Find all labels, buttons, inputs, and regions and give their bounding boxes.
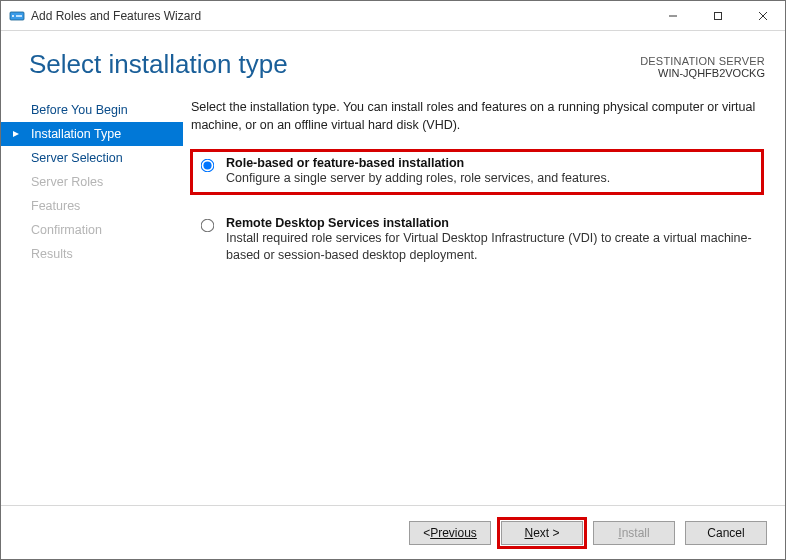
window-title: Add Roles and Features Wizard bbox=[31, 9, 201, 23]
previous-button[interactable]: < Previous bbox=[409, 521, 491, 545]
close-button[interactable] bbox=[740, 1, 785, 30]
titlebar: Add Roles and Features Wizard bbox=[1, 1, 785, 31]
sidebar-item-server-selection[interactable]: Server Selection bbox=[1, 146, 183, 170]
option-desc: Install required role services for Virtu… bbox=[226, 230, 755, 265]
destination-server-name: WIN-JQHFB2VOCKG bbox=[640, 67, 765, 79]
server-manager-icon bbox=[9, 8, 25, 24]
installation-type-group: Role-based or feature-based installation… bbox=[191, 150, 763, 271]
window-controls bbox=[650, 1, 785, 30]
header: Select installation type DESTINATION SER… bbox=[1, 31, 785, 84]
sidebar-item-confirmation: Confirmation bbox=[1, 218, 183, 242]
option-desc: Configure a single server by adding role… bbox=[226, 170, 755, 188]
radio-role-based[interactable] bbox=[201, 159, 215, 173]
option-title: Role-based or feature-based installation bbox=[226, 156, 755, 170]
maximize-button[interactable] bbox=[695, 1, 740, 30]
radio-option-role-based[interactable]: Role-based or feature-based installation… bbox=[191, 150, 763, 194]
sidebar-item-server-roles: Server Roles bbox=[1, 170, 183, 194]
body: Before You Begin Installation Type Serve… bbox=[1, 84, 785, 505]
option-title: Remote Desktop Services installation bbox=[226, 216, 755, 230]
wizard-sidebar: Before You Begin Installation Type Serve… bbox=[1, 84, 183, 497]
svg-rect-3 bbox=[16, 15, 22, 17]
destination-label: DESTINATION SERVER bbox=[640, 55, 765, 67]
svg-rect-5 bbox=[714, 12, 721, 19]
minimize-button[interactable] bbox=[650, 1, 695, 30]
radio-option-rds[interactable]: Remote Desktop Services installation Ins… bbox=[191, 210, 763, 271]
intro-text: Select the installation type. You can in… bbox=[191, 98, 763, 134]
cancel-button[interactable]: Cancel bbox=[685, 521, 767, 545]
install-button: Install bbox=[593, 521, 675, 545]
svg-point-2 bbox=[12, 15, 14, 17]
sidebar-item-features: Features bbox=[1, 194, 183, 218]
wizard-footer: < Previous Next > Install Cancel bbox=[1, 505, 785, 559]
sidebar-item-before-you-begin[interactable]: Before You Begin bbox=[1, 98, 183, 122]
page-title: Select installation type bbox=[29, 49, 640, 80]
destination-block: DESTINATION SERVER WIN-JQHFB2VOCKG bbox=[640, 49, 765, 79]
content-pane: Select the installation type. You can in… bbox=[183, 84, 785, 497]
next-button[interactable]: Next > bbox=[501, 521, 583, 545]
sidebar-item-results: Results bbox=[1, 242, 183, 266]
sidebar-item-installation-type[interactable]: Installation Type bbox=[1, 122, 183, 146]
radio-rds[interactable] bbox=[201, 218, 215, 232]
